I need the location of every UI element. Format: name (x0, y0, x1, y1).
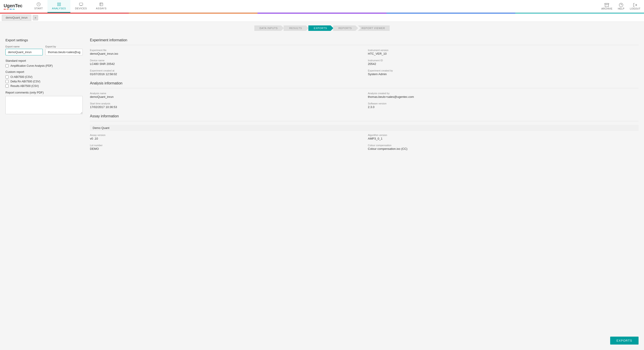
checkbox-ct-abi7500-label: Ct ABI7500 (CSV) (10, 75, 32, 78)
exports-button[interactable]: EXPORTS (610, 337, 638, 345)
checkbox-delta-rn-label: Delta Rn ABI7500 (CSV) (10, 80, 40, 83)
export-name-label: Export name (6, 45, 43, 48)
assay-info-section: Assay information Demo Quant Assay versi… (90, 114, 638, 150)
checkbox-amplification-curve-input[interactable] (6, 64, 9, 67)
instrument-version-label: Instrument version (368, 49, 638, 51)
experiment-file-value: demoQuant_inrun.ixo (90, 52, 360, 55)
assay-version-value: v0 .10 (90, 137, 360, 140)
lot-number-group: Lot number DEMO (90, 144, 360, 150)
analysis-name-label: Analysis name (90, 92, 360, 95)
nav-archive[interactable]: ARCHIVE (601, 3, 612, 10)
tab-bar: demoQuant_inrun + (0, 14, 644, 22)
checkbox-delta-rn: Delta Rn ABI7500 (CSV) (6, 80, 83, 83)
analysis-name-value: demoQuant_inrun (90, 95, 360, 98)
analysis-name-group: Analysis name demoQuant_inrun (90, 92, 360, 98)
assay-version-group: Assay version v0 .10 (90, 134, 360, 140)
standard-report-title: Standard report (6, 59, 83, 62)
export-by-label: Export by (46, 45, 83, 48)
device-name-label: Device name (90, 59, 360, 62)
nav-item-devices[interactable]: DEVICES (70, 0, 91, 13)
logo-dots (4, 9, 22, 9)
nav-item-analyses[interactable]: ANALYSES (48, 0, 70, 13)
assay-name-bar: Demo Quant (90, 125, 638, 131)
experiment-info-title: Experiment information (90, 38, 638, 42)
analysis-created-by-value: thomas.beuls+sales@ugentec.com (368, 95, 638, 98)
step-reports[interactable]: REPORTS (333, 25, 358, 31)
nav-item-start[interactable]: START (30, 0, 48, 13)
checkbox-amplification-curve: Amplification Curve Analysis (PDF) (6, 64, 83, 67)
experiment-created-at-group: Experiment created at 01/07/2016 12:58:0… (90, 69, 360, 76)
report-comments-textarea[interactable] (6, 96, 83, 114)
export-by-group: Export by (46, 45, 83, 55)
svg-rect-4 (59, 4, 60, 6)
export-settings-title: Export settings (6, 38, 83, 42)
lot-number-label: Lot number (90, 144, 360, 147)
step-exports[interactable]: EXPORTS (308, 25, 333, 31)
assay-version-label: Assay version (90, 134, 360, 136)
instrument-version-group: Instrument version HTC_VER_10 (368, 49, 638, 55)
custom-report-title: Custom report (6, 70, 83, 73)
nav-item-assays[interactable]: ASSAYS (92, 0, 111, 13)
step-data-inputs[interactable]: DATA INPUTS (254, 25, 284, 31)
nav-help[interactable]: HELP (618, 3, 624, 10)
export-name-input[interactable] (6, 49, 43, 55)
experiment-file-label: Experiment file (90, 49, 360, 51)
analysis-created-by-label: Analysis created by (368, 92, 638, 95)
analysis-info-title: Analysis information (90, 81, 638, 85)
checkbox-ct-abi7500-input[interactable] (6, 75, 9, 78)
export-name-group: Export name (6, 45, 43, 55)
checkbox-amplification-curve-label: Amplification Curve Analysis (PDF) (10, 64, 53, 67)
add-tab-button[interactable]: + (33, 15, 38, 20)
algorithm-version-group: Algorithm version AMP3_0_1 (368, 134, 638, 140)
analysis-created-by-group: Analysis created by thomas.beuls+sales@u… (368, 92, 638, 98)
instrument-id-group: Instrument ID 20542 (368, 59, 638, 66)
logo: UgenTec (4, 3, 22, 9)
lot-number-value: DEMO (90, 147, 360, 150)
experiment-created-at-label: Experiment created at (90, 69, 360, 72)
checkbox-results-abi7500-input[interactable] (6, 84, 9, 88)
svg-rect-6 (605, 3, 609, 4)
experiment-info-grid: Experiment file demoQuant_inrun.ixo Inst… (90, 49, 638, 76)
tab-demo-quant[interactable]: demoQuant_inrun (2, 14, 31, 21)
start-time-value: 17/02/2017 10:36:53 (90, 105, 360, 109)
logo-dot-red (4, 9, 6, 9)
svg-rect-2 (59, 3, 60, 4)
colour-compensation-value: Colour compensation.ixo (CC) (368, 147, 638, 150)
checkbox-delta-rn-input[interactable] (6, 80, 9, 83)
brand-name: UgenTec (4, 3, 22, 8)
nav-items: START ANALYSES DEVICES ASSAYS (30, 0, 601, 13)
analysis-info-grid: Analysis name demoQuant_inrun Analysis c… (90, 92, 638, 109)
svg-rect-5 (79, 3, 83, 5)
assay-info-title: Assay information (90, 114, 638, 118)
svg-rect-3 (58, 4, 58, 6)
software-version-label: Software version (368, 102, 638, 105)
algorithm-version-value: AMP3_0_1 (368, 137, 638, 140)
start-time-group: Start time analysis 17/02/2017 10:36:53 (90, 102, 360, 109)
experiment-file-group: Experiment file demoQuant_inrun.ixo (90, 49, 360, 55)
svg-rect-1 (58, 3, 58, 4)
experiment-created-by-group: Experiment created by System Admin (368, 69, 638, 76)
right-panel: Experiment information Experiment file d… (90, 38, 638, 343)
step-results[interactable]: RESULTS (284, 25, 308, 31)
logo-dot-blue (10, 9, 12, 9)
logo-dot-orange (6, 9, 9, 9)
instrument-id-value: 20542 (368, 62, 638, 66)
main-content: Export settings Export name Export by St… (0, 33, 644, 347)
analysis-info-section: Analysis information Analysis name demoQ… (90, 81, 638, 109)
export-by-input[interactable] (46, 49, 83, 55)
top-nav: UgenTec START ANALYSES DEVICES ASSAYS (0, 0, 644, 13)
assay-info-grid: Assay version v0 .10 Algorithm version A… (90, 134, 638, 150)
checkbox-results-abi7500: Results ABI7500 (CSV) (6, 84, 83, 88)
logo-dot-teal (12, 9, 15, 9)
checkbox-ct-abi7500: Ct ABI7500 (CSV) (6, 75, 83, 78)
colour-compensation-label: Colour compensation (368, 144, 638, 147)
experiment-info-section: Experiment information Experiment file d… (90, 38, 638, 76)
colour-compensation-group: Colour compensation Colour compensation.… (368, 144, 638, 150)
device-name-group: Device name LC480 SNR 20542 (90, 59, 360, 66)
svg-point-7 (619, 3, 623, 7)
instrument-version-value: HTC_VER_10 (368, 52, 638, 55)
nav-right: ARCHIVE HELP LOGOUT (601, 3, 640, 10)
left-panel: Export settings Export name Export by St… (6, 38, 83, 343)
step-report-viewer[interactable]: REPORT VIEWER (358, 25, 390, 31)
nav-logout[interactable]: LOGOUT (630, 3, 640, 10)
